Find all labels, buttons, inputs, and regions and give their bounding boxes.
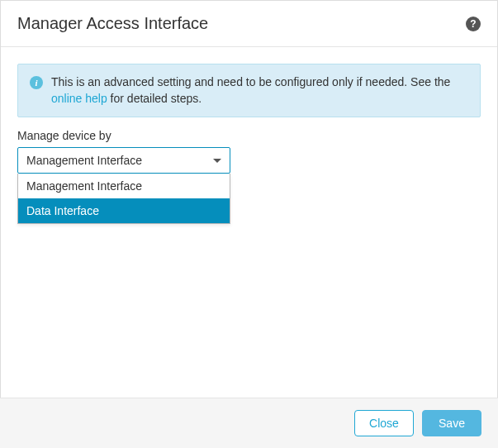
info-text: This is an advanced setting and need to … xyxy=(51,74,468,107)
online-help-link[interactable]: online help xyxy=(51,92,107,105)
select-box[interactable]: Management Interface xyxy=(17,147,230,174)
close-button[interactable]: Close xyxy=(354,410,414,436)
info-banner: i This is an advanced setting and need t… xyxy=(17,64,481,117)
dialog-body: i This is an advanced setting and need t… xyxy=(1,47,497,398)
chevron-down-icon xyxy=(213,159,221,163)
help-icon[interactable]: ? xyxy=(466,17,481,31)
option-data-interface[interactable]: Data Interface xyxy=(18,198,230,223)
info-text-after: for detailed steps. xyxy=(107,92,202,105)
info-text-before: This is an advanced setting and need to … xyxy=(51,75,450,88)
manage-device-label: Manage device by xyxy=(17,129,481,142)
manage-device-select[interactable]: Management Interface Management Interfac… xyxy=(17,147,230,174)
dialog-footer: Close Save xyxy=(0,398,498,448)
option-management-interface[interactable]: Management Interface xyxy=(18,174,230,198)
info-icon: i xyxy=(30,76,43,89)
dialog-title: Manager Access Interface xyxy=(17,14,208,33)
dialog-header: Manager Access Interface ? xyxy=(1,1,497,47)
select-selected-value: Management Interface xyxy=(26,154,142,167)
select-dropdown: Management Interface Data Interface xyxy=(17,174,230,224)
save-button[interactable]: Save xyxy=(422,410,481,436)
